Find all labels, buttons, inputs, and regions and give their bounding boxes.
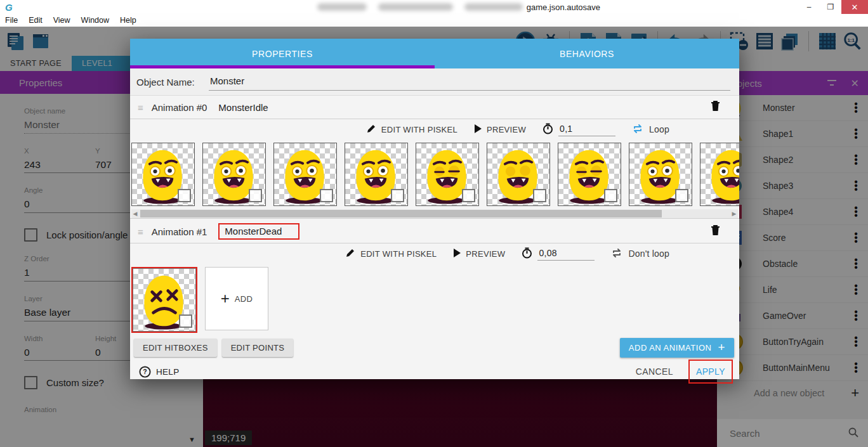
frame-select-checkbox[interactable] bbox=[533, 189, 546, 202]
menu-help[interactable]: Help bbox=[120, 16, 136, 25]
frame-time-field[interactable]: 0,1 bbox=[542, 122, 615, 136]
frame-select-checkbox[interactable] bbox=[178, 189, 191, 202]
edit-points-button[interactable]: EDIT POINTS bbox=[222, 339, 294, 357]
loop-toggle[interactable]: Loop bbox=[632, 124, 669, 136]
play-icon bbox=[474, 124, 482, 135]
help-circle-icon: ? bbox=[139, 366, 151, 378]
dialog-tab-bar: PROPERTIES BEHAVIORS bbox=[130, 39, 739, 68]
play-icon bbox=[453, 249, 461, 259]
frame-select-checkbox[interactable] bbox=[179, 314, 192, 328]
animation-frame-tile[interactable] bbox=[629, 143, 692, 206]
frame-select-checkbox[interactable] bbox=[462, 189, 475, 202]
window-controls: – ❐ ✕ bbox=[798, 0, 868, 14]
animation-name-input-highlighted[interactable]: MonsterDead bbox=[218, 223, 299, 240]
gdevelop-logo-icon: G bbox=[5, 2, 13, 13]
animation-frame-tile[interactable] bbox=[700, 143, 739, 206]
animation-frame-tile[interactable] bbox=[558, 143, 621, 206]
add-frame-button[interactable]: +ADD bbox=[205, 267, 268, 330]
object-editor-dialog: PROPERTIES BEHAVIORS Object Name: Monste… bbox=[130, 39, 739, 379]
app-window: G game.json.autosave – ❐ ✕ FileEditViewW… bbox=[0, 0, 868, 447]
object-name-row: Object Name: Monster bbox=[130, 68, 739, 96]
blurred-path-segment bbox=[378, 3, 453, 11]
frames-scrollbar[interactable]: ◀▶ bbox=[131, 209, 738, 218]
frame-select-checkbox[interactable] bbox=[675, 189, 688, 202]
loop-toggle[interactable]: Don't loop bbox=[611, 248, 669, 260]
blurred-path-segment bbox=[317, 3, 367, 11]
add-frame-label: ADD bbox=[235, 294, 253, 304]
close-button[interactable]: ✕ bbox=[841, 0, 868, 14]
animation-frames-strip: +ADD bbox=[130, 264, 739, 334]
frame-time-field[interactable]: 0,08 bbox=[522, 247, 595, 261]
dialog-object-name-input[interactable]: Monster bbox=[209, 73, 730, 91]
timer-icon bbox=[542, 123, 553, 136]
apply-button[interactable]: APPLY bbox=[696, 366, 725, 377]
animation-frame-tile[interactable] bbox=[487, 143, 550, 206]
loop-label: Don't loop bbox=[628, 249, 669, 259]
menu-edit[interactable]: Edit bbox=[29, 16, 43, 25]
pencil-icon bbox=[345, 248, 355, 260]
preview-button[interactable]: PREVIEW bbox=[453, 249, 505, 259]
minimize-button[interactable]: – bbox=[798, 0, 820, 14]
animation-controls-row: EDIT WITH PISKELPREVIEW0,1Loop bbox=[130, 119, 739, 139]
edit-hitboxes-button[interactable]: EDIT HITBOXES bbox=[134, 339, 217, 357]
menu-bar: FileEditViewWindowHelp bbox=[0, 14, 868, 27]
svg-text:?: ? bbox=[143, 368, 147, 375]
plus-icon: + bbox=[718, 344, 725, 351]
preview-label: PREVIEW bbox=[466, 249, 505, 259]
animation-title-row: ≡Animation #0MonsterIdle bbox=[130, 96, 739, 119]
scroll-left-icon[interactable]: ◀ bbox=[131, 209, 139, 218]
animation-controls-row: EDIT WITH PISKELPREVIEW0,08Don't loop bbox=[130, 243, 739, 264]
animation-section-0: ≡Animation #0MonsterIdleEDIT WITH PISKEL… bbox=[130, 96, 739, 220]
animation-frame-tile[interactable] bbox=[273, 143, 337, 206]
frame-time-value[interactable]: 0,1 bbox=[558, 122, 615, 136]
animation-section-1: ≡Animation #1MonsterDeadEDIT WITH PISKEL… bbox=[130, 220, 739, 334]
frame-select-checkbox[interactable] bbox=[391, 189, 404, 202]
menu-file[interactable]: File bbox=[5, 16, 18, 25]
plus-icon: + bbox=[221, 290, 230, 308]
loop-icon bbox=[632, 124, 644, 136]
help-button[interactable]: ? HELP bbox=[139, 366, 179, 378]
active-tab-indicator bbox=[130, 65, 435, 68]
preview-label: PREVIEW bbox=[487, 125, 526, 134]
scroll-right-icon[interactable]: ▶ bbox=[730, 209, 738, 218]
edit-with-piskel-button[interactable]: EDIT WITH PISKEL bbox=[345, 248, 437, 260]
delete-animation-icon[interactable] bbox=[711, 224, 720, 238]
add-animation-button[interactable]: ADD AN ANIMATION + bbox=[620, 338, 734, 358]
dialog-object-name-label: Object Name: bbox=[136, 77, 209, 87]
pencil-icon bbox=[366, 124, 376, 136]
edit-with-piskel-button[interactable]: EDIT WITH PISKEL bbox=[366, 124, 457, 136]
dialog-button-row: EDIT HITBOXES EDIT POINTS ADD AN ANIMATI… bbox=[130, 334, 739, 360]
loop-label: Loop bbox=[649, 124, 669, 134]
tab-behaviors[interactable]: BEHAVIORS bbox=[435, 39, 739, 68]
animation-frame-tile[interactable] bbox=[133, 268, 196, 332]
animation-index-label: Animation #0 bbox=[152, 102, 207, 113]
loop-icon bbox=[611, 248, 623, 260]
tab-properties[interactable]: PROPERTIES bbox=[130, 39, 435, 68]
preview-button[interactable]: PREVIEW bbox=[474, 124, 526, 135]
animation-name-input[interactable]: MonsterIdle bbox=[218, 102, 268, 113]
drag-handle-icon[interactable]: ≡ bbox=[138, 226, 143, 237]
frame-select-checkbox[interactable] bbox=[320, 189, 333, 202]
animation-frame-tile[interactable] bbox=[202, 143, 266, 206]
scrollbar-thumb[interactable] bbox=[140, 210, 662, 217]
menu-window[interactable]: Window bbox=[81, 16, 109, 25]
annotation-box-apply: APPLY bbox=[688, 360, 733, 384]
restore-button[interactable]: ❐ bbox=[820, 0, 841, 14]
annotation-box-frame bbox=[131, 267, 197, 333]
cancel-button[interactable]: CANCEL bbox=[636, 366, 673, 377]
frame-select-checkbox[interactable] bbox=[604, 189, 617, 202]
animation-frame-tile[interactable] bbox=[131, 143, 195, 206]
animation-index-label: Animation #1 bbox=[152, 226, 207, 237]
dialog-footer: ? HELP CANCEL APPLY bbox=[130, 360, 739, 384]
title-bar: G game.json.autosave – ❐ ✕ bbox=[0, 0, 868, 14]
window-title: game.json.autosave bbox=[527, 3, 600, 12]
drag-handle-icon[interactable]: ≡ bbox=[138, 102, 143, 113]
menu-view[interactable]: View bbox=[53, 16, 70, 25]
delete-animation-icon[interactable] bbox=[711, 100, 720, 114]
animation-frame-tile[interactable] bbox=[345, 143, 408, 206]
help-label: HELP bbox=[156, 367, 179, 377]
frame-time-value[interactable]: 0,08 bbox=[537, 247, 595, 261]
animation-frame-tile[interactable] bbox=[416, 143, 479, 206]
frame-select-checkbox[interactable] bbox=[249, 189, 262, 202]
animation-title-row: ≡Animation #1MonsterDead bbox=[130, 220, 739, 243]
